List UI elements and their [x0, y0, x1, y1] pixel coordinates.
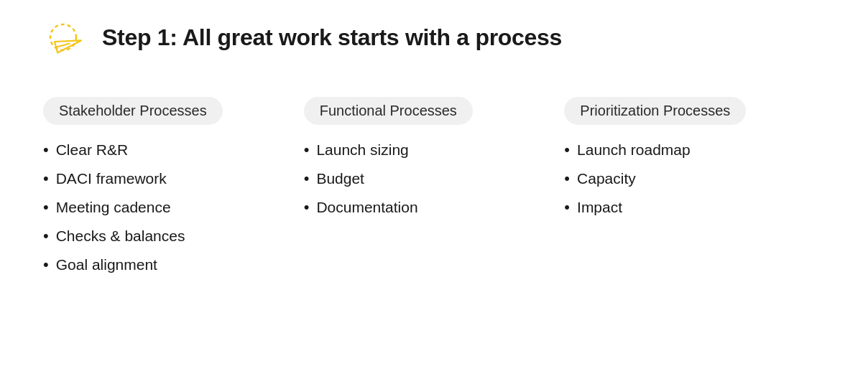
- list-item: Capacity: [564, 169, 811, 188]
- list-item: Launch sizing: [304, 141, 550, 159]
- columns-section: Stakeholder Processes Clear R&R DACI fra…: [43, 97, 825, 367]
- list-item: Goal alignment: [43, 256, 290, 274]
- functional-list: Launch sizing Budget Documentation: [304, 141, 550, 217]
- header-section: Step 1: All great work starts with a pro…: [43, 22, 825, 68]
- paper-plane-icon: [43, 22, 93, 68]
- list-item: Launch roadmap: [564, 141, 811, 159]
- column-header-prioritization: Prioritization Processes: [564, 97, 746, 125]
- page-container: Step 1: All great work starts with a pro…: [0, 0, 868, 389]
- list-item: Checks & balances: [43, 227, 290, 245]
- page-title: Step 1: All great work starts with a pro…: [102, 24, 562, 51]
- list-item: Meeting cadence: [43, 198, 290, 217]
- column-functional: Functional Processes Launch sizing Budge…: [304, 97, 565, 367]
- stakeholder-list: Clear R&R DACI framework Meeting cadence…: [43, 141, 290, 274]
- svg-point-0: [50, 24, 76, 50]
- column-header-stakeholder: Stakeholder Processes: [43, 97, 223, 125]
- icon-container: [43, 22, 93, 68]
- column-prioritization: Prioritization Processes Launch roadmap …: [564, 97, 825, 367]
- prioritization-list: Launch roadmap Capacity Impact: [564, 141, 811, 217]
- column-stakeholder: Stakeholder Processes Clear R&R DACI fra…: [43, 97, 304, 367]
- list-item: Impact: [564, 198, 811, 217]
- column-header-functional: Functional Processes: [304, 97, 473, 125]
- list-item: Clear R&R: [43, 141, 290, 159]
- list-item: DACI framework: [43, 169, 290, 188]
- list-item: Budget: [304, 169, 550, 188]
- list-item: Documentation: [304, 198, 550, 217]
